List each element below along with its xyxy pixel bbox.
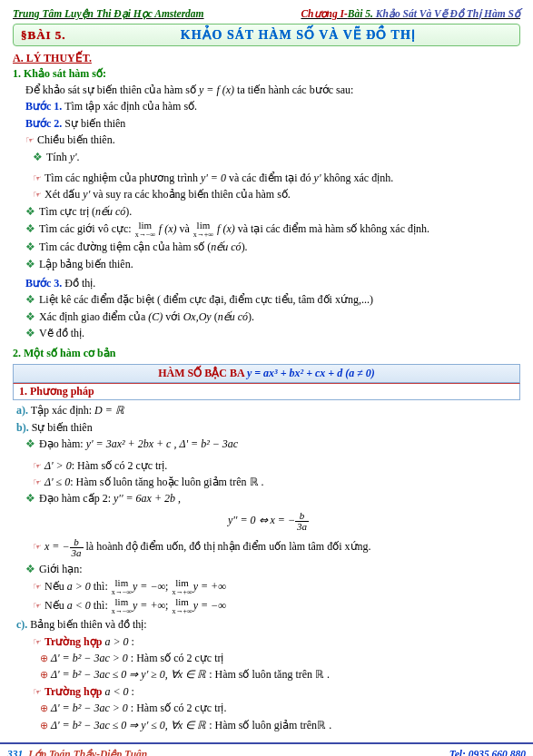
frac-2: b3a	[70, 537, 84, 558]
xetdau-1: Xét dấu	[44, 188, 83, 201]
frac-n: b	[295, 511, 309, 522]
epinf: = +∞	[198, 580, 226, 593]
diamond-icon: ❖	[25, 241, 35, 253]
diamond-icon: ❖	[25, 563, 35, 575]
hand-icon: ☞	[33, 600, 42, 611]
center-eq: y'' = 0 ⇔ x = −b3a	[16, 511, 520, 532]
lim-fx-2: f (x)	[217, 222, 235, 235]
section-a-title: A. LÝ THUYẾT.	[13, 52, 520, 65]
lietke-line: ❖Liệt kê các điểm đặc biệt ( điểm cực đạ…	[25, 292, 520, 308]
nghiem-line: ☞Tìm các nghiệm của phương trình y' = 0 …	[33, 171, 520, 186]
footer: 331 Lớp Toán Thầy-Diệp Tuân Tel: 0935.66…	[0, 742, 533, 756]
oplus-icon: ⊕	[40, 702, 48, 713]
eninf: = −∞	[137, 580, 165, 593]
header-row: Trung Tâm Luyện Thi Đại Học Amsterdam Ch…	[13, 7, 520, 20]
lim-3: limx→−∞	[112, 578, 132, 596]
uon-line: ☞x = −b3a là hoành độ điểm uốn, đồ thị n…	[33, 537, 520, 558]
step2-label: Bước 2.	[25, 117, 62, 130]
diamond-icon: ❖	[25, 205, 35, 218]
banner2-label: HÀM SỐ BẬC BA	[158, 367, 244, 379]
case-le0-2: ⊕Δ' = b² − 3ac ≤ 0 ⇒ y' ≤ 0, ∀x ∈ ℝ : Hà…	[40, 718, 520, 733]
dhc2-eq: y'' = 6ax + 2b	[114, 492, 175, 505]
frac-d2: 3a	[70, 548, 84, 558]
hand-icon: ☞	[33, 636, 42, 647]
page-number: 331	[7, 749, 23, 756]
ls: x→+∞	[172, 608, 192, 615]
diamond-icon: ❖	[33, 151, 43, 163]
cuctri-line: ❖Tìm cực trị (nếu có).	[25, 204, 520, 220]
dhc2-line: ❖Đạo hàm cấp 2: y'' = 6ax + 2b ,	[25, 491, 520, 506]
lp: (	[212, 310, 218, 323]
hand-icon: ☞	[33, 476, 42, 487]
page: Trung Tâm Luyện Thi Đại Học Amsterdam Ch…	[0, 0, 533, 733]
a-line: a). Tập xác định: D = ℝ	[16, 403, 520, 418]
sub-2-title: 2. Một số hàm cơ bản	[13, 347, 520, 360]
banner-cubic: HÀM SỐ BẬC BA y = ax³ + bx² + cx + d (a …	[13, 364, 520, 383]
header-left: Trung Tâm Luyện Thi Đại Học Amsterdam	[13, 7, 204, 20]
ox: Ox	[183, 310, 196, 323]
nghiem-3: không xác định.	[321, 172, 394, 184]
voi: với	[163, 310, 183, 323]
y-prime: y'	[70, 151, 77, 163]
step1-label: Bước 1.	[25, 100, 62, 113]
diamond-icon: ❖	[25, 327, 35, 339]
dhc2-label: Đạo hàm cấp 2:	[39, 492, 114, 505]
colon-2: :	[129, 685, 134, 698]
daoham-label: Đạo hàm:	[39, 437, 86, 450]
banner-left: §BÀI 5.	[21, 28, 66, 43]
cg0-t: : Hàm số có 2 cực trị	[128, 652, 224, 664]
b-text: Sự biến thiên	[29, 421, 93, 434]
tiemcan-line: ❖Tìm các đường tiệm cận của hàm số (nếu …	[25, 240, 520, 255]
rr-1: ℝ	[250, 476, 259, 488]
uon-post: là hoành độ điểm uốn, đồ thị nhận điểm u…	[84, 540, 371, 553]
chapter-title: Khảo Sát Và Vẽ Đồ Thị Hàm Số	[373, 8, 520, 19]
tinh-y-line: ❖Tính y'.	[33, 150, 520, 165]
vedothi-text: Vẽ đồ thị.	[39, 327, 84, 339]
y-prime-2: y'	[314, 172, 321, 184]
lim-fx-1: f (x)	[159, 222, 177, 235]
epinf2: = +∞	[137, 599, 165, 612]
lim-a-lt0: ☞Nếu a < 0 thì: limx→−∞y = +∞; limx→+∞y …	[33, 597, 520, 615]
neu-2: Nếu	[44, 599, 67, 612]
diamond-icon: ❖	[25, 222, 35, 235]
hand-icon: ☞	[33, 581, 42, 592]
intro-text-1: Để khảo sát sự biến thiên của hàm số	[25, 83, 199, 96]
lim-sub: x→−∞	[135, 231, 155, 239]
oplus-icon: ⊕	[40, 653, 48, 663]
sub-1-title: 1. Khảo sát hàm số:	[13, 67, 520, 81]
banner2-eq: y = ax³ + bx² + cx + d (a ≠ 0)	[247, 367, 375, 379]
a-text: Tập xác định:	[28, 404, 94, 417]
lapbang-text: Lập bảng biến thiên.	[39, 258, 133, 270]
lim-sub: x→+∞	[193, 231, 213, 239]
hand-icon: ☞	[33, 460, 42, 471]
lietke-text: Liệt kê các điểm đặc biệt ( điểm cực đại…	[39, 293, 373, 306]
cbt-text: Chiều biến thiên.	[37, 133, 115, 146]
step1-text: Tìm tập xác định của hàm số.	[62, 100, 197, 113]
thi-1: thì:	[91, 580, 111, 593]
oplus-icon: ⊕	[40, 720, 48, 731]
lim-1: limx→−∞	[135, 221, 155, 239]
a-lt0: a < 0	[67, 599, 91, 612]
diamond-icon: ❖	[25, 310, 35, 323]
intro-line: Để khảo sát sự biến thiên của hàm số y =…	[25, 83, 520, 98]
gioihan-line: ❖Giới hạn:	[25, 562, 520, 577]
a-lt0-2: a < 0	[104, 685, 128, 698]
daoham-line: ❖Đạo hàm: y' = 3ax² + 2bx + c , Δ' = b² …	[25, 437, 520, 452]
dgt0-text: : Hàm số có 2 cực trị.	[72, 459, 168, 472]
cbt-line: ☞Chiều biến thiên.	[25, 133, 520, 148]
y-eq-0: y' = 0	[201, 172, 226, 184]
step2-text: Sự biến thiên	[62, 117, 125, 130]
dle0: Δ' ≤ 0	[44, 476, 70, 488]
case-gt0-2: ⊕Δ' = b² − 3ac > 0 : Hàm số có 2 cực trị…	[40, 701, 520, 716]
xacdinh-1: Xác định giao điểm của	[39, 310, 148, 323]
footer-mid: Lớp Toán Thầy-Diệp Tuân	[28, 748, 449, 756]
body-content: Để khảo sát sự biến thiên của hàm số y =…	[13, 83, 520, 341]
rr-2: ℝ	[315, 668, 324, 681]
chapter-label: Chương I-	[301, 8, 347, 19]
lim-6: limx→+∞	[172, 597, 192, 615]
title-banner: §BÀI 5. KHẢO SÁT HÀM SỐ VÀ VẼ ĐỒ THỊ	[13, 24, 520, 46]
gioi-vocuc-line: ❖Tìm các giới vô cực: limx→−∞ f (x) và l…	[25, 221, 520, 239]
c-label: c).	[16, 618, 27, 631]
c-text: Bảng biến thiên và đồ thị:	[27, 618, 146, 631]
cg0b-t: : Hàm số có 2 cực trị.	[128, 702, 227, 714]
